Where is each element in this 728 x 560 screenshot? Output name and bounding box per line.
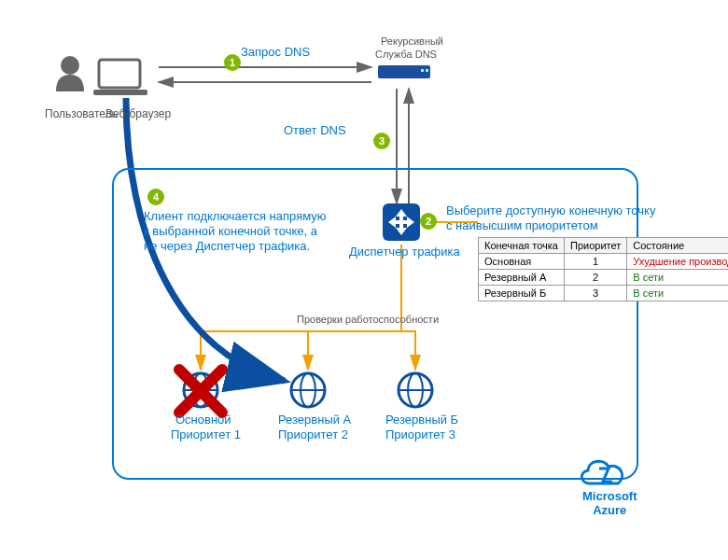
- browser-label: Веб-браузер: [105, 107, 171, 120]
- th-state: Состояние: [627, 238, 728, 254]
- th-endpoint: Конечная точка: [479, 238, 565, 254]
- svg-rect-1: [99, 60, 140, 88]
- step4-line2: к выбранной конечной точке, а: [144, 224, 317, 238]
- step2-line2: с наивысшим приоритетом: [446, 218, 598, 232]
- ep2-pri: Приоритет 2: [278, 427, 348, 441]
- step4-line3: не через Диспетчер трафика.: [144, 239, 310, 253]
- azure-label: Microsoft Azure: [582, 489, 637, 517]
- user-icon: [56, 56, 84, 91]
- table-row: Основная 1 Ухудшение производительности: [479, 254, 729, 270]
- dns-response-label: Ответ DNS: [284, 123, 346, 137]
- svg-rect-5: [426, 69, 428, 72]
- step-badge-4: 4: [147, 189, 164, 205]
- endpoint-table: Конечная точка Приоритет Состояние Основ…: [478, 237, 728, 301]
- table-row: Резервный Б 3 В сети: [479, 286, 729, 301]
- svg-rect-4: [421, 69, 424, 72]
- th-priority: Приоритет: [564, 238, 626, 254]
- ep3-name: Резервный Б: [385, 413, 458, 427]
- table-header-row: Конечная точка Приоритет Состояние: [479, 238, 729, 254]
- ep3-pri: Приоритет 3: [385, 427, 455, 441]
- table-row: Резервный А 2 В сети: [479, 270, 729, 286]
- step4-line1: Клиент подключается напрямую: [144, 209, 327, 223]
- ep1-name: Основной: [175, 413, 231, 427]
- step-badge-1: 1: [224, 54, 241, 71]
- ep2-name: Резервный А: [278, 413, 351, 427]
- laptop-icon: [93, 60, 147, 95]
- step-badge-3: 3: [373, 133, 390, 149]
- svg-point-0: [61, 56, 79, 75]
- step-badge-2: 2: [420, 213, 437, 230]
- dns-query-label: Запрос DNS: [241, 45, 310, 59]
- dns-recursive-2: Служба DNS: [375, 49, 437, 60]
- svg-rect-2: [93, 90, 147, 95]
- dns-device-icon: [378, 65, 430, 78]
- traffic-manager-label: Диспетчер трафика: [349, 245, 460, 259]
- health-checks-label: Проверки работоспособности: [297, 314, 439, 325]
- dns-recursive-1: Рекурсивный: [381, 35, 443, 47]
- ep1-pri: Приоритет 1: [171, 427, 241, 441]
- step2-line1: Выберите доступную конечную точку: [446, 203, 655, 217]
